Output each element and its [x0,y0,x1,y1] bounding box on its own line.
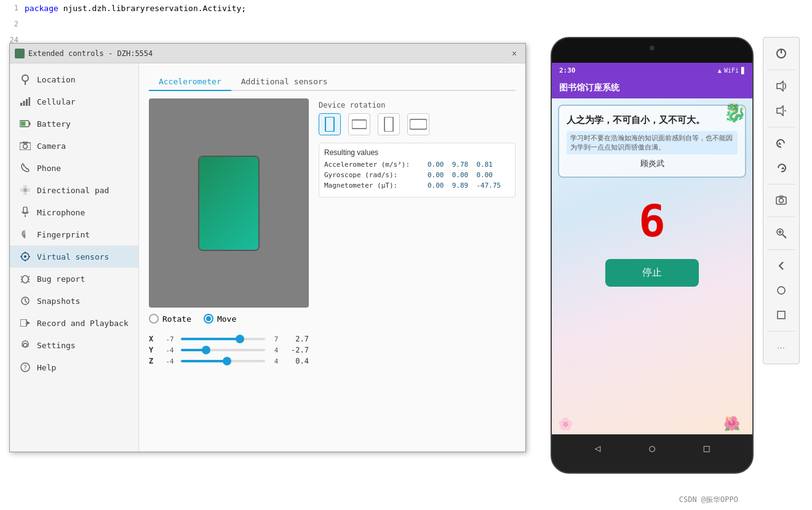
phone-preview-area [149,98,309,308]
phone-screen-mini [199,157,258,250]
cellular-icon [20,96,31,107]
sidebar-item-battery[interactable]: Battery [10,113,138,135]
record-playback-icon [20,317,31,329]
back-nav-icon[interactable]: ◁ [595,442,601,454]
result-row-magnetometer: Magnetometer (μT): 0.00 9.89 -47.75 [324,181,510,189]
home-nav-icon[interactable]: ○ [649,442,655,454]
app-bar: 图书馆订座系统 [552,78,752,98]
svg-point-18 [24,255,26,258]
help-icon: ? [20,362,31,373]
sidebar-item-phone[interactable]: Phone [10,157,138,179]
dialog-app-icon [15,49,25,58]
quote-card: 人之为学，不可自小，又不可大。 学习时不要在浩瀚如海的知识面前感到自等，也不能因… [558,105,746,178]
sidebar-item-settings[interactable]: Settings [10,334,138,356]
mag-val: 0.00 9.89 -47.75 [428,181,501,189]
volume-up-button[interactable] [770,75,792,97]
svg-line-25 [28,276,30,277]
menu-button[interactable] [770,304,792,326]
sidebar-label-microphone: Microphone [37,208,85,217]
dialog-title-area: Extended controls - DZH:5554 [15,49,153,58]
svg-rect-3 [23,101,25,106]
z-slider-row: Z -4 4 0.4 [149,357,309,365]
phone-nav-bar: ◁ ○ □ [552,434,752,461]
svg-rect-7 [30,122,31,126]
z-value: 0.4 [287,357,309,365]
status-bar: 2:30 ▲ WiFi ▊ [552,63,752,78]
stop-button[interactable]: 停止 [605,259,699,287]
signal-icon: ▲ [718,67,722,74]
sidebar-item-directional-pad[interactable]: Directional pad [10,179,138,201]
svg-rect-39 [410,119,427,129]
z-max-label: 4 [270,357,282,365]
rotate-left-button[interactable] [770,132,792,154]
phone-icon [20,162,31,173]
sidebar-label-record-playback: Record and Playback [37,319,129,328]
home-button[interactable] [770,279,792,301]
sidebar-label-help: Help [37,363,56,372]
tab-additional-sensors[interactable]: Additional sensors [231,73,338,91]
rotation-section: Device rotation [319,101,515,135]
quote-sub-text: 学习时不要在浩瀚如海的知识面前感到自等，也不能因为学到一点点知识而骄傲自满。 [567,131,738,155]
more-options-button[interactable]: ··· [770,337,792,359]
rotate-radio-circle [149,314,159,324]
toolbar-divider-2 [767,127,795,127]
sidebar-item-cellular[interactable]: Cellular [10,90,138,113]
emulator-frame: 2:30 ▲ WiFi ▊ 图书馆订座系统 🐉 人之为学，不可自小，又不可大。 … [551,37,754,474]
svg-rect-55 [778,311,785,319]
rotation-portrait-icon[interactable] [319,113,341,135]
y-slider-track[interactable] [181,349,265,351]
z-min-label: -4 [164,357,176,365]
sidebar-item-camera[interactable]: Camera [10,135,138,157]
rotate-right-button[interactable] [770,157,792,179]
status-icons: ▲ WiFi ▊ [718,67,745,74]
power-button[interactable] [770,42,792,65]
sidebar-item-fingerprint[interactable]: Fingerprint [10,223,138,245]
tab-accelerometer[interactable]: Accelerometer [149,73,231,91]
svg-rect-31 [20,319,26,327]
screenshot-button[interactable] [770,189,792,212]
back-button[interactable] [770,255,792,277]
rotation-portrait-reverse-icon[interactable] [378,113,400,135]
sidebar-label-phone: Phone [37,164,61,173]
code-line-1: 1 package njust.dzh.libraryreservation.A… [0,0,812,16]
x-min-label: -7 [164,335,176,343]
wifi-icon: WiFi [724,67,739,74]
zoom-button[interactable] [770,222,792,244]
rotate-radio-option[interactable]: Rotate [149,314,191,324]
sidebar-label-virtual-sensors: Virtual sensors [37,252,109,261]
toolbar-divider-4 [767,217,795,217]
svg-point-48 [779,199,784,203]
sidebar-item-snapshots[interactable]: Snapshots [10,290,138,312]
sidebar-item-virtual-sensors[interactable]: Virtual sensors [10,245,138,268]
x-slider-track[interactable] [181,338,265,340]
battery-icon [20,118,31,129]
control-mode-radio-group: Rotate Move [149,314,309,324]
accel-val: 0.00 9.78 0.81 [428,161,493,169]
x-slider-row: X -7 7 2.7 [149,335,309,343]
svg-line-24 [21,276,22,277]
x-max-label: 7 [270,335,282,343]
z-axis-label: Z [149,357,159,365]
sidebar-label-cellular: Cellular [37,97,76,106]
rotation-landscape-reverse-icon[interactable] [407,113,429,135]
rotation-landscape-icon[interactable] [348,113,370,135]
recent-nav-icon[interactable]: □ [704,442,710,454]
z-slider-track[interactable] [181,360,265,362]
volume-down-button[interactable] [770,100,792,122]
sidebar-item-help[interactable]: ? Help [10,356,138,378]
sidebar-label-camera: Camera [37,141,66,151]
location-icon [20,74,31,85]
code-line-2: 2 [0,16,812,32]
y-max-label: 4 [270,346,282,354]
sidebar-item-bug-report[interactable]: Bug report [10,268,138,290]
sidebar-label-bug-report: Bug report [37,274,85,284]
emulator-container: 2:30 ▲ WiFi ▊ 图书馆订座系统 🐉 人之为学，不可自小，又不可大。 … [551,37,754,474]
flower-decoration-2: 🌺 [723,416,740,431]
sidebar-item-location[interactable]: Location [10,68,138,90]
move-radio-option[interactable]: Move [204,314,236,324]
camera-dot [650,46,655,50]
sidebar-item-microphone[interactable]: Microphone [10,201,138,223]
sidebar-item-record-playback[interactable]: Record and Playback [10,312,138,334]
dialog-close-button[interactable]: × [508,47,520,60]
sensor-tabs: Accelerometer Additional sensors [149,73,515,91]
